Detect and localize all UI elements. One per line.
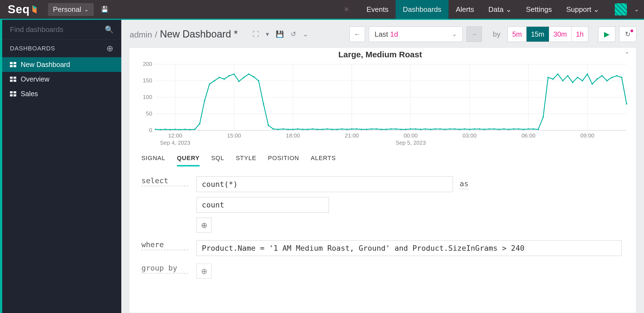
svg-point-50	[248, 74, 249, 75]
chart-title: Large, Medium Roast	[136, 50, 624, 59]
dashboard-icon	[10, 91, 16, 96]
refresh-button[interactable]: ↻	[619, 26, 636, 42]
bucket-1h[interactable]: 1h	[571, 26, 588, 42]
svg-point-57	[282, 128, 284, 130]
tab-signal[interactable]: SIGNAL	[141, 155, 165, 166]
bucket-15m[interactable]: 15m	[527, 26, 549, 42]
sidebar-item-label: New Dashboard	[21, 61, 70, 69]
chart-panel: Large, Medium Roast ⌃ 05010015020012:001…	[129, 47, 636, 313]
run-button[interactable]: ▶	[598, 26, 615, 42]
user-menu-chevron-icon[interactable]: ⌄	[634, 6, 639, 13]
refresh-indicator-icon	[630, 29, 633, 32]
add-column-button[interactable]: ⊕	[197, 218, 211, 233]
svg-point-83	[410, 128, 411, 130]
svg-point-53	[263, 103, 264, 105]
svg-point-52	[258, 80, 259, 82]
svg-text:50: 50	[146, 110, 152, 117]
svg-point-111	[548, 77, 549, 78]
svg-point-39	[194, 129, 195, 130]
svg-point-108	[533, 128, 534, 130]
svg-point-62	[307, 129, 308, 130]
svg-text:0: 0	[149, 127, 152, 133]
tab-alerts[interactable]: ALERTS	[311, 155, 336, 166]
sidebar-section-label: DASHBOARDS	[10, 45, 55, 52]
groupby-label: group by	[141, 264, 188, 274]
svg-point-125	[616, 75, 618, 77]
svg-point-115	[567, 75, 568, 77]
top-nav: Seq Personal ⌄ 💾 ☀ Events Dashboards Ale…	[0, 0, 644, 20]
undo-icon[interactable]: ↺	[291, 30, 296, 38]
svg-text:03:00: 03:00	[463, 133, 477, 139]
svg-point-84	[415, 128, 416, 130]
refresh-icon: ↻	[625, 30, 630, 38]
tab-style[interactable]: STYLE	[236, 155, 256, 166]
svg-point-126	[621, 77, 622, 78]
svg-point-87	[430, 129, 431, 130]
filter-icon[interactable]: ▾	[266, 30, 269, 38]
select-label: select	[141, 176, 188, 186]
time-next-button[interactable]: →	[466, 26, 482, 42]
toolbar: admin / New Dashboard * ⛶ ▾ 💾 ↺ ⌄ ← Last…	[121, 20, 644, 47]
svg-point-41	[204, 100, 205, 101]
svg-point-82	[405, 129, 406, 130]
fullscreen-icon[interactable]: ⛶	[253, 30, 259, 38]
svg-point-58	[287, 129, 289, 130]
time-prev-button[interactable]: ←	[350, 26, 365, 42]
svg-point-36	[179, 129, 181, 130]
dashboard-icon	[10, 62, 16, 67]
svg-text:06:00: 06:00	[521, 133, 535, 139]
nav-link-settings[interactable]: Settings	[519, 0, 559, 19]
tab-position[interactable]: POSITION	[268, 155, 299, 166]
toolbar-icons: ⛶ ▾ 💾 ↺ ⌄	[253, 30, 308, 38]
sidebar-item-sales[interactable]: Sales	[2, 87, 121, 101]
svg-point-80	[395, 128, 397, 130]
save-icon[interactable]: 💾	[276, 30, 284, 38]
svg-point-122	[601, 75, 603, 77]
nav-link-alerts[interactable]: Alerts	[449, 0, 481, 19]
search-input[interactable]	[10, 25, 100, 34]
play-icon: ▶	[604, 30, 610, 39]
svg-text:09:00: 09:00	[580, 133, 594, 139]
plus-icon: ⊕	[201, 267, 207, 276]
svg-point-105	[518, 128, 519, 130]
bucket-30m[interactable]: 30m	[549, 26, 572, 42]
nav-link-support[interactable]: Support ⌄	[559, 0, 607, 19]
tab-sql[interactable]: SQL	[211, 155, 224, 166]
where-expression-input[interactable]	[197, 240, 622, 256]
svg-point-48	[238, 81, 240, 82]
select-expression-input[interactable]	[197, 176, 453, 192]
svg-point-95	[469, 129, 470, 130]
add-groupby-button[interactable]: ⊕	[197, 264, 211, 279]
time-range-selector[interactable]: Last 1d ⌄	[369, 26, 463, 42]
svg-point-93	[459, 129, 460, 130]
svg-point-56	[278, 129, 279, 130]
avatar[interactable]	[615, 3, 627, 15]
chevron-down-icon: ⌄	[452, 31, 457, 38]
theme-toggle-icon[interactable]: ☀	[343, 5, 350, 14]
more-chevron-icon[interactable]: ⌄	[303, 30, 308, 38]
where-label: where	[141, 240, 188, 250]
svg-point-102	[503, 128, 505, 130]
as-label: as	[460, 179, 469, 189]
by-label: by	[493, 30, 500, 39]
collapse-icon[interactable]: ⌃	[624, 51, 629, 58]
sidebar-item-overview[interactable]: Overview	[2, 72, 121, 87]
svg-text:15:00: 15:00	[227, 133, 241, 139]
bucket-5m[interactable]: 5m	[508, 26, 527, 42]
select-alias-input[interactable]	[197, 197, 329, 213]
nav-link-dashboards[interactable]: Dashboards	[396, 0, 449, 19]
svg-text:00:00: 00:00	[404, 133, 418, 139]
sidebar-item-new-dashboard[interactable]: New Dashboard	[2, 57, 121, 72]
add-dashboard-icon[interactable]: ⊕	[106, 44, 114, 53]
workspace-selector[interactable]: Personal ⌄	[48, 3, 94, 16]
nav-link-events[interactable]: Events	[359, 0, 396, 19]
nav-link-data[interactable]: Data ⌄	[481, 0, 519, 19]
nav-links: Events Dashboards Alerts Data ⌄ Settings…	[359, 0, 607, 19]
save-workspace-icon[interactable]: 💾	[101, 6, 108, 13]
chart[interactable]: 05010015020012:0015:0018:0021:0000:0003:…	[129, 59, 636, 151]
breadcrumb: admin / New Dashboard *	[130, 28, 238, 40]
page-title[interactable]: New Dashboard *	[160, 28, 238, 40]
tab-query[interactable]: QUERY	[177, 155, 200, 166]
svg-point-66	[327, 128, 328, 130]
search-icon[interactable]: 🔍	[105, 25, 114, 34]
